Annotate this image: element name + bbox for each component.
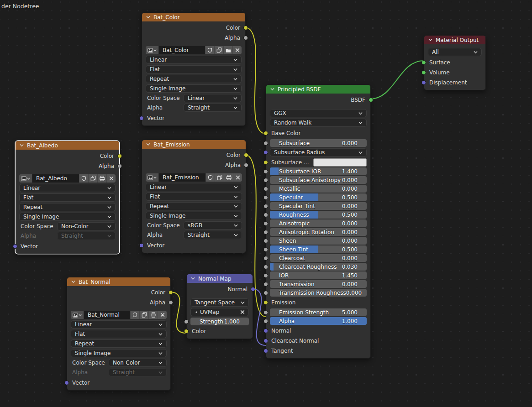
copy-button[interactable] (214, 46, 223, 54)
image-name-field[interactable]: Bat_Color (158, 46, 205, 54)
slider-transmission-roughness[interactable]: Transmission Roughness0.000 (270, 289, 367, 297)
node-header-bat-emission[interactable]: Bat_Emission (142, 140, 246, 149)
socket-in-emission[interactable] (263, 300, 268, 305)
socket-in-subsurface[interactable] (263, 160, 268, 165)
socket-in-subsurface[interactable] (263, 141, 268, 146)
socket-in-volume[interactable] (421, 70, 426, 75)
node-header-material-output[interactable]: Material Output (424, 36, 485, 44)
image-browse-button[interactable] (19, 174, 32, 183)
close-button[interactable] (233, 173, 242, 182)
select-flat[interactable]: Flat (146, 65, 242, 73)
socket-out-color[interactable] (244, 153, 248, 157)
copy-button[interactable] (139, 311, 148, 319)
node-normal-map[interactable]: Normal MapNormalTangent SpaceUVMapStreng… (186, 274, 253, 339)
slider-specular[interactable]: Specular0.500 (270, 193, 367, 201)
socket-in-color[interactable] (184, 329, 189, 334)
socket-out-color[interactable] (117, 154, 122, 158)
subsurface-color-swatch[interactable] (313, 158, 367, 167)
socket-out-normal[interactable] (251, 287, 255, 292)
node-header-normal-map[interactable]: Normal Map (187, 274, 253, 283)
node-bat-color[interactable]: Bat_ColorColorAlphaBat_ColorLinearFlatRe… (142, 12, 246, 126)
socket-in-roughness[interactable] (263, 213, 268, 217)
socket-out-alpha[interactable] (244, 163, 248, 167)
copy-button[interactable] (88, 174, 97, 183)
image-name-field[interactable]: Bat_Albedo (32, 174, 79, 183)
socket-in-normal[interactable] (263, 329, 268, 333)
socket-in-clearcoat[interactable] (263, 256, 268, 261)
socket-in-clearcoat-normal[interactable] (263, 339, 268, 343)
select-flat[interactable]: Flat (146, 193, 242, 201)
socket-in-base-color[interactable] (263, 131, 268, 136)
slider-ior[interactable]: IOR1.450 (270, 271, 367, 279)
socket-in-surface[interactable] (421, 60, 426, 65)
select-linear[interactable]: Linear (146, 56, 242, 64)
socket-in-subsurface-anisotropy[interactable] (263, 178, 268, 183)
close-button[interactable] (232, 46, 242, 54)
slider-subsurface-ior[interactable]: Subsurface IOR1.400 (270, 167, 367, 175)
slider-metallic[interactable]: Metallic0.000 (270, 185, 367, 193)
select-single-image[interactable]: Single Image (19, 213, 116, 221)
socket-in-subsurface-ior[interactable] (263, 169, 268, 174)
select-alpha-straight[interactable]: Straight (184, 104, 242, 112)
node-bat-normal[interactable]: Bat_NormalColorAlphaBat_NormalLinearFlat… (67, 277, 171, 391)
pack-button[interactable] (148, 311, 158, 319)
slider-sheen-tint[interactable]: Sheen Tint0.500 (270, 245, 367, 253)
select-repeat[interactable]: Repeat (146, 75, 242, 83)
select-single-image[interactable]: Single Image (71, 349, 167, 357)
socket-in-transmission[interactable] (263, 282, 268, 287)
node-header-bat-albedo[interactable]: Bat_Albedo (16, 141, 119, 150)
select-subsurface-radius[interactable]: Subsurface Radius (270, 148, 367, 157)
pack-button[interactable] (224, 173, 233, 182)
select-flat[interactable]: Flat (19, 193, 116, 202)
slider-emission-strength[interactable]: Emission Strength5.000 (270, 308, 367, 316)
chevron-down-icon[interactable] (270, 87, 274, 91)
node-header-bat-color[interactable]: Bat_Color (142, 13, 245, 21)
node-editor-canvas[interactable]: der Nodetree Bat_ColorColorAlphaBat_Colo… (0, 0, 532, 407)
chevron-down-icon[interactable] (146, 142, 150, 146)
socket-in-alpha[interactable] (263, 319, 268, 324)
chevron-down-icon[interactable] (20, 143, 24, 147)
node-bat-emission[interactable]: Bat_EmissionColorAlphaBat_EmissionLinear… (142, 140, 246, 253)
slider-specular-tint[interactable]: Specular Tint0.000 (270, 202, 367, 210)
node-material-output[interactable]: Material OutputAllSurfaceVolumeDisplacem… (424, 35, 486, 90)
select-linear[interactable]: Linear (19, 184, 116, 192)
select-color-space-srgb[interactable]: sRGB (184, 221, 242, 230)
slider-clearcoat-roughness[interactable]: Clearcoat Roughness0.030 (270, 263, 367, 271)
slider-subsurface[interactable]: Subsurface0.000 (270, 139, 367, 147)
folder-button[interactable] (223, 46, 232, 54)
slider-sheen[interactable]: Sheen0.000 (270, 237, 367, 245)
socket-in-vector[interactable] (13, 244, 17, 249)
select-color-space-non-color[interactable]: Non-Color (109, 359, 167, 367)
slider-anisotropic-rotation[interactable]: Anisotropic Rotation0.000 (270, 228, 367, 236)
select-linear[interactable]: Linear (146, 183, 242, 191)
slider-clearcoat[interactable]: Clearcoat0.000 (270, 254, 367, 262)
select-all[interactable]: All (428, 48, 482, 56)
chevron-down-icon[interactable] (146, 15, 150, 19)
node-header-bat-normal[interactable]: Bat_Normal (67, 277, 170, 286)
select-color-space-non-color[interactable]: Non-Color (57, 222, 116, 230)
socket-in-ior[interactable] (263, 273, 268, 278)
shield-button[interactable] (130, 311, 139, 319)
slider-roughness[interactable]: Roughness0.500 (270, 211, 367, 219)
socket-in-displacement[interactable] (421, 80, 426, 85)
image-name-field[interactable]: Bat_Normal (84, 311, 130, 319)
socket-in-specular-tint[interactable] (263, 204, 268, 209)
socket-in-strength[interactable] (184, 319, 189, 324)
socket-in-clearcoat-roughness[interactable] (263, 265, 268, 269)
uv-map-field[interactable]: UVMap (190, 308, 249, 316)
chevron-down-icon[interactable] (428, 38, 432, 42)
socket-in-sheen-tint[interactable] (263, 247, 268, 252)
image-browse-button[interactable] (71, 311, 84, 319)
socket-out-color[interactable] (169, 290, 173, 295)
socket-out-alpha[interactable] (117, 164, 122, 168)
socket-in-subsurface-radius[interactable] (263, 150, 268, 155)
close-button[interactable] (158, 311, 167, 319)
select-tangent-space[interactable]: Tangent Space (190, 298, 249, 307)
select-alpha-straight[interactable]: Straight (184, 231, 242, 239)
select-single-image[interactable]: Single Image (146, 84, 242, 93)
image-browse-button[interactable] (146, 46, 158, 54)
pack-button[interactable] (97, 174, 106, 183)
socket-out-alpha[interactable] (169, 300, 173, 305)
select-color-space-linear[interactable]: Linear (184, 94, 242, 102)
node-bat-albedo[interactable]: Bat_AlbedoColorAlphaBat_AlbedoLinearFlat… (15, 141, 120, 254)
